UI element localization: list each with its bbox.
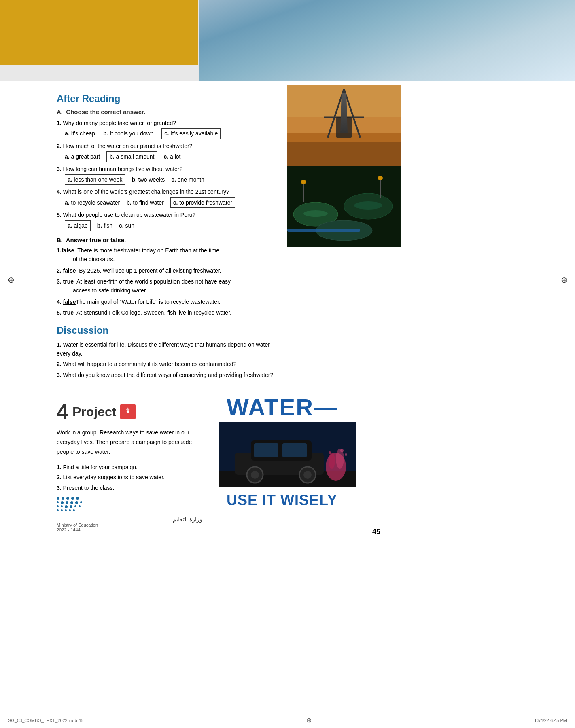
project-step-3: 3. Present to the class. bbox=[57, 483, 202, 493]
svg-point-32 bbox=[329, 453, 335, 469]
q2-number: 2. bbox=[57, 143, 62, 149]
question-2: 2. How much of the water on our planet i… bbox=[57, 142, 275, 162]
ministry-logo: وزارة التعليم Ministry of Education 2022… bbox=[57, 516, 202, 532]
svg-point-33 bbox=[340, 449, 344, 452]
q3-answers: a. less than one week b. two weeks c. on… bbox=[65, 174, 275, 185]
tf-list: 1.false There is more freshwater today o… bbox=[57, 246, 275, 317]
tf5-text: At Stensund Folk College, Sweden, fish l… bbox=[76, 309, 231, 316]
q3-number: 3. bbox=[57, 166, 62, 172]
tf4-text: The main goal of "Water for Life" is to … bbox=[76, 298, 221, 305]
poster-use-text: USE IT WISELY bbox=[227, 492, 348, 509]
d3-number: 3. bbox=[57, 372, 62, 378]
tf2-answer: false bbox=[63, 267, 76, 274]
question-1: 1. Why do many people take water for gra… bbox=[57, 119, 275, 139]
crosshair-bottom-icon: ⊕ bbox=[306, 716, 312, 724]
svg-point-29 bbox=[303, 471, 312, 479]
ministry-year-text: 2022 - 1444 bbox=[57, 527, 202, 532]
crosshair-mid-right-icon: ⊕ bbox=[559, 275, 569, 285]
poster-box: WATER— bbox=[219, 389, 356, 515]
q3-text: How long can human beings live without w… bbox=[63, 166, 183, 172]
q5-option-c: c. sun bbox=[119, 221, 134, 230]
svg-point-35 bbox=[329, 451, 331, 454]
desert-svg bbox=[287, 85, 401, 166]
top-image-area bbox=[0, 0, 575, 81]
q5-option-a: a. algae bbox=[65, 220, 91, 231]
project-icon bbox=[120, 404, 136, 419]
question-3: 3. How long can human beings live withou… bbox=[57, 165, 275, 185]
discussion-section: Discussion 1. Water is essential for lif… bbox=[57, 325, 275, 380]
q2-text: How much of the water on our planet is f… bbox=[63, 143, 193, 149]
dots-decoration bbox=[57, 497, 89, 511]
tf3-number: 3. bbox=[57, 278, 62, 285]
ministry-arabic-text: وزارة التعليم bbox=[57, 516, 202, 523]
svg-point-18 bbox=[354, 201, 382, 210]
ministry-english-text: Ministry of Education bbox=[57, 523, 202, 527]
svg-rect-2 bbox=[287, 142, 401, 166]
poster-bottom-area: USE IT WISELY bbox=[219, 487, 356, 515]
tf-item-2: 2. false By 2025, we'll use up 1 percent… bbox=[57, 266, 275, 275]
d1-text: Water is essential for life. Discuss the… bbox=[57, 341, 270, 357]
water-treatment-svg bbox=[287, 166, 401, 247]
discussion-item-1: 1. Water is essential for life. Discuss … bbox=[57, 340, 275, 358]
discussion-item-2: 2. What will happen to a community if it… bbox=[57, 360, 275, 368]
tf-item-3: 3. true At least one-fifth of the world'… bbox=[57, 277, 275, 295]
project-steps-list: 1. Find a title for your campaign. 2. Li… bbox=[57, 463, 202, 493]
tf4-answer: false bbox=[63, 298, 76, 305]
section-a-label: A. Choose the correct answer. bbox=[57, 108, 275, 115]
project-step-1: 1. Find a title for your campaign. bbox=[57, 463, 202, 472]
project-description: Work in a group. Research ways to save w… bbox=[57, 428, 198, 457]
yellow-block bbox=[0, 0, 198, 65]
mountain-image bbox=[199, 0, 575, 81]
tf3-text: At least one-fifth of the world's popula… bbox=[76, 278, 231, 285]
q2-option-b: b. a small amount bbox=[106, 151, 157, 162]
tf5-number: 5. bbox=[57, 309, 62, 316]
svg-point-34 bbox=[345, 453, 347, 456]
tf1-text: There is more freshwater today on Earth … bbox=[77, 247, 219, 254]
q4-option-b: b. to find water bbox=[126, 198, 164, 207]
water-poster: WATER— bbox=[219, 389, 364, 540]
project-step-2: 2. List everyday suggestions to save wat… bbox=[57, 473, 202, 483]
page-number: 45 bbox=[372, 528, 380, 536]
tf1-number: 1. bbox=[57, 247, 62, 254]
main-content: After Reading A. Choose the correct answ… bbox=[0, 81, 575, 389]
svg-point-17 bbox=[303, 210, 328, 217]
section-b-header: B. Answer true or false. bbox=[57, 237, 275, 243]
q1-option-a: a. It's cheap. bbox=[65, 129, 97, 138]
q5-answers: a. algae b. fish c. sun bbox=[65, 220, 275, 231]
q4-number: 4. bbox=[57, 188, 62, 195]
svg-point-14 bbox=[378, 176, 383, 180]
footer-left-text: SG_03_COMBO_TEXT_2022.indb 45 bbox=[8, 718, 83, 723]
tf1-answer: false bbox=[62, 247, 74, 254]
footer-right-text: 13/4/22 6:45 PM bbox=[534, 718, 567, 723]
section-a-letter: A. bbox=[57, 108, 63, 115]
footer: SG_03_COMBO_TEXT_2022.indb 45 ⊕ 13/4/22 … bbox=[0, 712, 575, 728]
svg-rect-25 bbox=[282, 443, 307, 457]
q5-option-b: b. fish bbox=[97, 221, 112, 230]
q5-text: What do people use to clean up wastewate… bbox=[63, 212, 196, 218]
right-sidebar bbox=[287, 85, 401, 389]
q2-option-a: a. a great part bbox=[65, 152, 100, 161]
poster-car-area bbox=[219, 422, 356, 487]
q3-option-a: a. less than one week bbox=[65, 174, 125, 185]
q1-number: 1. bbox=[57, 120, 62, 126]
desert-image bbox=[287, 85, 401, 166]
crosshair-mid-left-icon: ⊕ bbox=[6, 275, 16, 285]
q4-option-c: c. to provide freshwater bbox=[170, 197, 235, 208]
d1-number: 1. bbox=[57, 341, 62, 348]
tf2-text: By 2025, we'll use up 1 percent of all e… bbox=[79, 267, 221, 274]
svg-rect-24 bbox=[254, 443, 278, 457]
q2-answers: a. a great part b. a small amount c. a l… bbox=[65, 151, 275, 162]
section-b-letter: B. bbox=[57, 237, 63, 243]
d2-text: What will happen to a community if its w… bbox=[63, 361, 237, 367]
discussion-item-3: 3. What do you know about the different … bbox=[57, 370, 275, 379]
tf3-text-cont: access to safe drinking water. bbox=[73, 286, 275, 295]
question-5: 5. What do people use to clean up wastew… bbox=[57, 210, 275, 231]
after-reading-title: After Reading bbox=[57, 93, 275, 104]
q4-answers: a. to recycle seawater b. to find water … bbox=[65, 197, 275, 208]
tf-item-5: 5. true At Stensund Folk College, Sweden… bbox=[57, 308, 275, 317]
tf-item-4: 4. falseThe main goal of "Water for Life… bbox=[57, 297, 275, 306]
q1-option-c: c. It's easily available bbox=[161, 128, 221, 139]
left-content-area: After Reading A. Choose the correct answ… bbox=[0, 85, 287, 389]
tf1-text-cont: of the dinosaurs. bbox=[73, 255, 275, 264]
poster-inner: WATER— bbox=[219, 389, 356, 515]
